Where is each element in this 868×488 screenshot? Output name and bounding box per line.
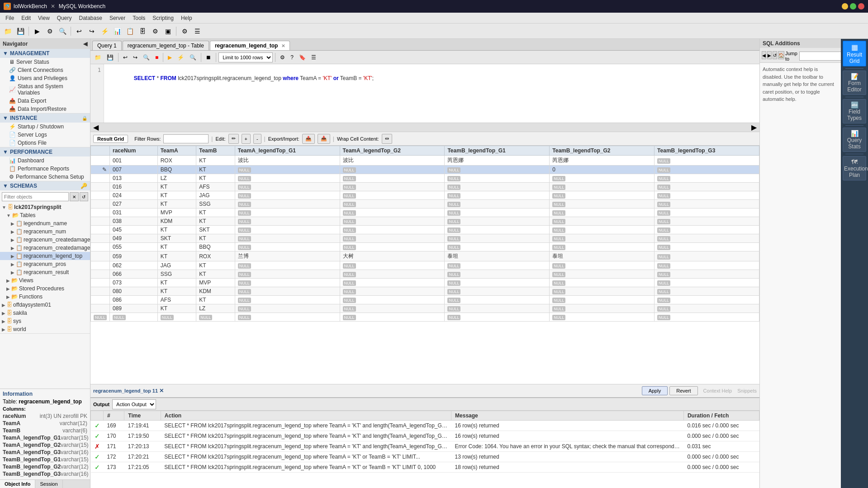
table-row[interactable]: 062JAGKTNULLNULLNULLNULLNULL (91, 261, 759, 270)
table-cell[interactable]: NULL (655, 166, 759, 174)
th-raceNum[interactable]: raceNum (110, 146, 158, 156)
sidebar-item-options-file[interactable]: 📄 Options File (0, 139, 90, 147)
table-cell[interactable]: NULL (445, 191, 550, 200)
sidebar-item-users-privileges[interactable]: 👤 Users and Privileges (0, 74, 90, 82)
sidebar-item-perf-schema[interactable]: ⚙ Performance Schema Setup (0, 173, 90, 181)
table-cell[interactable]: KT (196, 166, 235, 174)
sidebar-item-startup[interactable]: ⚡ Startup / Shutdown (0, 123, 90, 131)
table-cell[interactable]: KT (157, 304, 196, 313)
schema-world[interactable]: ▶ 🗄 world (0, 325, 90, 333)
table-cell[interactable]: NULL (340, 166, 445, 174)
table-cell[interactable]: NULL (655, 279, 759, 287)
btn11[interactable]: ▣ (162, 25, 174, 37)
table-cell[interactable]: LZ (157, 174, 196, 183)
table-cell[interactable]: NULL (655, 226, 759, 234)
execute-current-btn[interactable]: ⚡ (175, 52, 186, 62)
menu-scripting[interactable]: Scripting (149, 14, 177, 22)
table-cell[interactable]: NULL (655, 287, 759, 296)
output-row[interactable]: ✓17317:21:05SELECT * FROM lck2017springs… (91, 462, 759, 473)
table-cell[interactable]: NULL (445, 279, 550, 287)
navigator-collapse[interactable]: ◀ (83, 41, 87, 47)
btn7[interactable]: 📊 (111, 25, 123, 37)
stop-btn[interactable]: ■ (153, 52, 161, 62)
table-cell[interactable]: NULL (655, 156, 759, 166)
sidebar-item-client-connections[interactable]: 🔗 Client Connections (0, 66, 90, 74)
table-cell[interactable]: NULL (235, 287, 340, 296)
btn9[interactable]: 🗄 (137, 25, 148, 37)
table-row[interactable]: 024KTJAGNULLNULLNULLNULLNULL (91, 191, 759, 200)
th-A-legendTop-G1[interactable]: TeamA_legendTop_G1 (235, 146, 340, 156)
table-cell[interactable]: 045 (110, 226, 158, 234)
th-TeamB[interactable]: TeamB (196, 146, 235, 156)
table-cell[interactable]: KT (196, 234, 235, 243)
table-cell[interactable]: NULL (550, 270, 655, 279)
table-cell[interactable]: NULL (235, 270, 340, 279)
table-row[interactable]: ✎007BBQKTNULLNULLNULL0NULL (91, 166, 759, 174)
table-cell[interactable]: NULL (235, 200, 340, 208)
instance-header[interactable]: ▼ INSTANCE 🔒 (0, 114, 90, 123)
table-cell[interactable]: SKT (196, 226, 235, 234)
minimize-btn[interactable] (842, 3, 848, 9)
table-cell[interactable]: NULL (550, 191, 655, 200)
table-cell[interactable]: NULL (655, 296, 759, 304)
table-cell[interactable]: 027 (110, 200, 158, 208)
table-cell[interactable]: NULL (340, 200, 445, 208)
table-cell[interactable]: 波比 (235, 156, 340, 166)
table-cell[interactable]: NULL (445, 166, 550, 174)
table-result[interactable]: ▶ 📋 regracenum_result (0, 268, 90, 276)
table-cell[interactable]: NULL (655, 304, 759, 313)
table-cell[interactable]: NULL (340, 174, 445, 183)
table-cell[interactable]: NULL (445, 217, 550, 226)
table-cell[interactable]: NULL (445, 270, 550, 279)
table-cell[interactable]: NULL (340, 279, 445, 287)
table-cell[interactable]: KT (196, 296, 235, 304)
menu-file[interactable]: File (2, 14, 18, 22)
table-cell[interactable]: KT (157, 183, 196, 191)
table-cell[interactable]: NULL (340, 183, 445, 191)
table-cell[interactable]: NULL (550, 243, 655, 251)
revert-btn[interactable]: Revert (669, 386, 697, 395)
schema-offdaysystem[interactable]: ▶ 🗄 offdaysystem01 (0, 301, 90, 309)
rs-exec-plan-btn[interactable]: 🗺 Execution Plan (843, 156, 866, 180)
add-row-btn[interactable]: + (242, 134, 251, 144)
table-cell[interactable]: NULL (655, 243, 759, 251)
nav-back-btn[interactable]: ◀ (762, 51, 766, 59)
table-cell[interactable]: NULL (550, 261, 655, 270)
execute-btn[interactable]: ▶ (166, 52, 174, 62)
table-cell[interactable]: NULL (340, 208, 445, 217)
table-cell[interactable]: NULL (550, 304, 655, 313)
table-cell[interactable]: NULL (235, 166, 340, 174)
table-cell[interactable]: NULL (550, 296, 655, 304)
table-cell[interactable]: NULL (550, 279, 655, 287)
table-cell[interactable]: BBQ (196, 243, 235, 251)
rs-field-types-btn[interactable]: 🔤 Field Types (843, 99, 866, 123)
table-cell[interactable]: 073 (110, 279, 158, 287)
btn5[interactable]: ↪ (86, 25, 98, 37)
menu-help[interactable]: Help (177, 14, 196, 22)
close-btn[interactable] (858, 3, 864, 9)
table-cell[interactable]: NULL (550, 226, 655, 234)
table-cell[interactable]: 芮恩娜 (550, 156, 655, 166)
table-cell[interactable]: KT (196, 217, 235, 226)
table-cell[interactable]: NULL (445, 296, 550, 304)
result-grid-tab[interactable]: Result Grid (93, 135, 128, 143)
redo-btn[interactable]: ↪ (131, 52, 140, 62)
th-B-legendTop-G2[interactable]: TeamB_legendTop_G2 (550, 146, 655, 156)
table-row[interactable]: 073KTMVPNULLNULLNULLNULLNULL (91, 279, 759, 287)
sidebar-item-server-logs[interactable]: 📄 Server Logs (0, 131, 90, 139)
new-connection-btn[interactable]: 📁 (2, 25, 14, 37)
table-cell[interactable]: AFS (196, 183, 235, 191)
stop-query-btn[interactable]: ⏹ (204, 52, 213, 62)
table-cell[interactable]: JAG (196, 191, 235, 200)
nav-home-btn[interactable]: 🏠 (778, 51, 784, 59)
btn10[interactable]: ⚙ (149, 25, 161, 37)
rs-result-grid-btn[interactable]: ▦ Result Grid (843, 41, 866, 66)
table-cell[interactable]: NULL (235, 208, 340, 217)
menu-database[interactable]: Database (76, 14, 106, 22)
table-cell[interactable]: NULL (235, 296, 340, 304)
table-cell[interactable]: 055 (110, 243, 158, 251)
context-btn[interactable]: ? (288, 52, 296, 62)
table-cell[interactable]: NULL (550, 183, 655, 191)
table-cell[interactable]: MVP (157, 208, 196, 217)
table-cell[interactable]: NULL (655, 200, 759, 208)
